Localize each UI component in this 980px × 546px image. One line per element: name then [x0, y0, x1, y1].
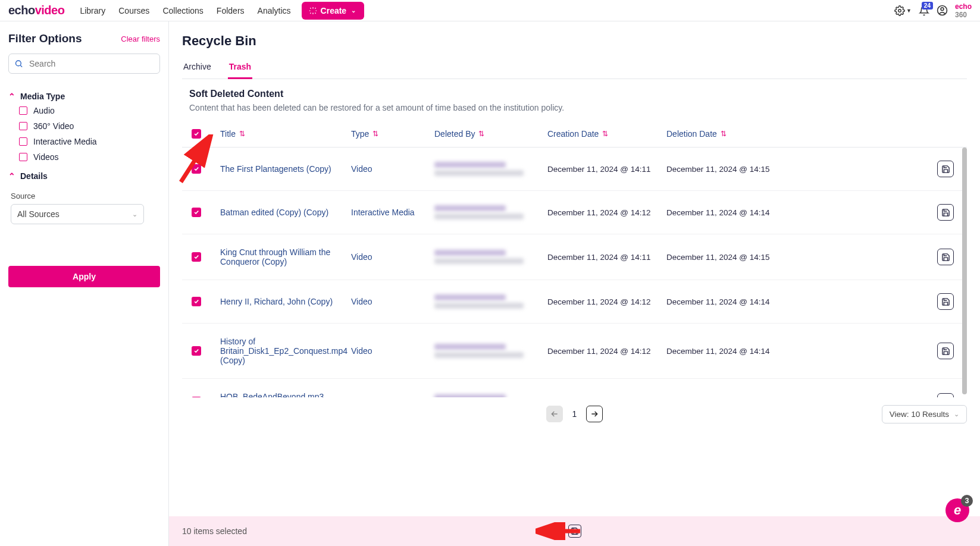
- cell-creation: December 11, 2024 @ 14:11: [547, 253, 666, 262]
- cell-title[interactable]: Henry II, Richard, John (Copy): [220, 297, 351, 306]
- notification-badge: 24: [922, 2, 933, 10]
- tab-trash[interactable]: Trash: [228, 58, 252, 79]
- col-title[interactable]: Title⇅: [220, 129, 351, 139]
- col-type[interactable]: Type⇅: [351, 129, 434, 139]
- col-creation[interactable]: Creation Date⇅: [547, 129, 666, 139]
- primary-nav: Library Courses Collections Folders Anal…: [80, 6, 290, 15]
- table-row: Henry II, Richard, John (Copy) Video Dec…: [182, 280, 967, 324]
- search-input[interactable]: [8, 54, 160, 74]
- nav-analytics[interactable]: Analytics: [258, 6, 291, 15]
- create-button[interactable]: Create ⌄: [302, 2, 365, 20]
- source-label: Source: [11, 192, 160, 200]
- arrow-right-icon: [590, 409, 599, 419]
- check-interactive[interactable]: Interactive Media: [19, 137, 160, 146]
- caret-down-icon: ▼: [906, 8, 912, 14]
- restore-icon: [571, 527, 579, 535]
- cell-deletion: December 11, 2024 @ 14:14: [666, 208, 785, 217]
- view-results-select[interactable]: View: 10 Results ⌄: [882, 405, 967, 423]
- cell-title[interactable]: History of Britain_Disk1_Ep2_Conquest.mp…: [220, 337, 351, 365]
- header-right: ▼ 24 echo360: [894, 2, 972, 19]
- section-header: Soft Deleted Content Content that has be…: [182, 89, 967, 112]
- logo-video: video: [35, 4, 65, 17]
- cell-type: Video: [351, 346, 434, 356]
- row-checkbox[interactable]: [192, 346, 201, 356]
- svg-point-0: [898, 9, 901, 12]
- sort-icon: ⇅: [721, 130, 727, 138]
- restore-button[interactable]: [937, 393, 954, 397]
- source-select[interactable]: All Sources ⌄: [11, 204, 144, 224]
- cell-creation: December 11, 2024 @ 14:12: [547, 208, 666, 217]
- details-toggle[interactable]: ⌃ Details: [8, 171, 160, 181]
- cell-title[interactable]: King Cnut through William the Conqueror …: [220, 247, 351, 266]
- row-checkbox[interactable]: [192, 252, 201, 262]
- cell-title[interactable]: HOB_BedeAndBeyond.mp3 (Copy): [220, 392, 351, 397]
- restore-button[interactable]: [937, 293, 954, 310]
- next-page-button[interactable]: [586, 406, 603, 422]
- sort-icon: ⇅: [602, 130, 608, 138]
- col-deleted-by[interactable]: Deleted By⇅: [434, 129, 547, 139]
- cell-type: Video: [351, 164, 434, 174]
- select-all-checkbox[interactable]: [192, 129, 201, 139]
- table-header: Title⇅ Type⇅ Deleted By⇅ Creation Date⇅ …: [182, 121, 967, 148]
- account-button[interactable]: [937, 5, 948, 16]
- small-logo: echo360: [955, 2, 972, 19]
- media-type-label: Media Type: [20, 92, 65, 101]
- details-label: Details: [20, 171, 48, 181]
- tab-archive[interactable]: Archive: [182, 58, 212, 79]
- restore-button[interactable]: [937, 249, 954, 265]
- svg-point-3: [16, 61, 21, 66]
- table-row: King Cnut through William the Conqueror …: [182, 234, 967, 280]
- restore-button[interactable]: [937, 161, 954, 177]
- restore-button[interactable]: [937, 204, 954, 221]
- row-checkbox[interactable]: [192, 208, 201, 217]
- page-title: Recycle Bin: [182, 33, 967, 49]
- restore-icon: [941, 165, 950, 174]
- cell-title[interactable]: Batman edited (Copy) (Copy): [220, 208, 351, 217]
- settings-button[interactable]: ▼: [894, 5, 912, 16]
- apply-button[interactable]: Apply: [8, 266, 160, 287]
- clear-filters-button[interactable]: Clear filters: [121, 34, 160, 43]
- nav-folders[interactable]: Folders: [217, 6, 245, 15]
- check-videos[interactable]: Videos: [19, 152, 160, 162]
- fab-icon: e: [954, 503, 961, 518]
- top-header: echovideo Library Courses Collections Fo…: [0, 0, 980, 21]
- col-deletion[interactable]: Deletion Date⇅: [666, 129, 785, 139]
- filter-title: Filter Options: [8, 32, 82, 45]
- help-fab[interactable]: e 3: [945, 498, 969, 522]
- small-three: 360: [955, 11, 967, 19]
- fab-badge: 3: [961, 495, 973, 507]
- table-body[interactable]: The First Plantagenets (Copy) Video Dece…: [182, 148, 967, 397]
- chevron-down-icon: ⌄: [954, 410, 959, 418]
- scrollbar[interactable]: [962, 148, 967, 394]
- table-row: Batman edited (Copy) (Copy) Interactive …: [182, 191, 967, 234]
- cell-deletion: December 11, 2024 @ 14:15: [666, 165, 785, 174]
- chevron-up-icon: ⌃: [8, 171, 15, 181]
- gear-icon: [894, 5, 905, 16]
- media-type-checks: Audio 360° Video Interactive Media Video…: [8, 106, 160, 162]
- prev-page-button[interactable]: [546, 406, 563, 422]
- nav-collections[interactable]: Collections: [162, 6, 203, 15]
- row-checkbox[interactable]: [192, 297, 201, 306]
- notifications-button[interactable]: 24: [919, 5, 929, 16]
- bulk-restore-button[interactable]: [568, 525, 581, 538]
- restore-icon: [941, 253, 950, 262]
- row-checkbox[interactable]: [192, 164, 201, 174]
- nav-courses[interactable]: Courses: [118, 6, 149, 15]
- current-page: 1: [572, 409, 577, 419]
- check-360[interactable]: 360° Video: [19, 121, 160, 131]
- cell-creation: December 11, 2024 @ 14:11: [547, 165, 666, 174]
- check-audio[interactable]: Audio: [19, 106, 160, 115]
- logo-echo: echo: [8, 4, 35, 17]
- media-type-toggle[interactable]: ⌃ Media Type: [8, 92, 160, 101]
- sparkle-icon: [309, 7, 317, 15]
- table-row: History of Britain_Disk1_Ep2_Conquest.mp…: [182, 324, 967, 379]
- cell-title[interactable]: The First Plantagenets (Copy): [220, 164, 351, 174]
- table: Title⇅ Type⇅ Deleted By⇅ Creation Date⇅ …: [182, 121, 967, 397]
- arrow-left-icon: [550, 409, 559, 419]
- nav-library[interactable]: Library: [80, 6, 105, 15]
- checkbox-icon: [19, 137, 27, 146]
- restore-icon: [941, 208, 950, 217]
- brand-logo: echovideo: [8, 4, 64, 17]
- cell-deletion: December 11, 2024 @ 14:15: [666, 253, 785, 262]
- restore-button[interactable]: [937, 343, 954, 359]
